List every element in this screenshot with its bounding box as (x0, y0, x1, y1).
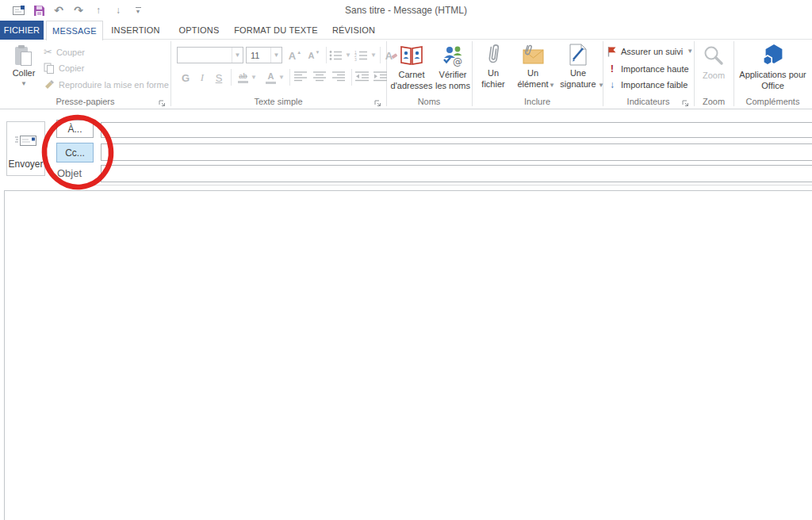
tab-options[interactable]: OPTIONS (173, 21, 225, 39)
cc-button[interactable]: Cc... (56, 143, 94, 162)
zoom-button-label: Zoom (703, 71, 725, 82)
apps-for-office-button[interactable]: Applications pour Office (738, 43, 807, 92)
shrink-font-button[interactable]: A ▼ (305, 48, 323, 63)
font-name-combobox[interactable]: ▼ (177, 47, 243, 63)
move-up-icon[interactable]: ↑ (92, 4, 105, 17)
to-input[interactable] (101, 122, 812, 138)
align-left-icon (294, 71, 308, 82)
group-include: Un fichier Un élément ▼ Une signatu (472, 40, 603, 109)
cc-button-label: Cc... (65, 147, 85, 159)
check-names-icon: @ (441, 44, 465, 67)
address-book-button[interactable]: Carnet d'adresses (389, 43, 435, 92)
group-label-clipboard: Presse-papiers (0, 97, 170, 106)
chevron-down-icon: ▼ (549, 82, 555, 89)
paste-button[interactable]: Coller ▼ (6, 43, 41, 101)
group-label-tags: Indicateurs (603, 97, 694, 106)
decrease-indent-icon (355, 71, 370, 82)
to-button-label: À... (67, 124, 82, 135)
chevron-down-icon: ▼ (687, 48, 693, 55)
numbering-button[interactable]: 1 2 3 ▼ (354, 48, 377, 63)
chevron-down-icon: ▼ (251, 75, 257, 81)
apps-for-office-icon (760, 44, 786, 67)
chevron-down-icon[interactable]: ▼ (232, 48, 243, 63)
save-icon[interactable] (33, 4, 45, 17)
attach-item-button[interactable]: Un élément ▼ (511, 43, 555, 89)
format-painter-button[interactable]: Reproduire la mise en forme (44, 79, 169, 90)
grow-font-button[interactable]: A ▲ (286, 48, 304, 63)
clipboard-dialog-launcher-icon[interactable] (158, 97, 167, 105)
paperclip-icon (487, 44, 500, 66)
follow-up-button[interactable]: Assurer un suivi ▼ (607, 46, 693, 57)
signature-label: Une signature (557, 68, 599, 90)
underline-button[interactable]: S (212, 70, 226, 86)
group-label-names: Noms (386, 97, 472, 106)
to-button[interactable]: À... (56, 120, 94, 138)
tab-fichier[interactable]: FICHIER (0, 21, 44, 40)
chevron-down-icon[interactable]: ▼ (270, 48, 282, 63)
send-button[interactable]: Envoyer (6, 121, 45, 176)
customize-quick-access-icon[interactable]: ▼ (132, 4, 144, 17)
font-size-combobox[interactable]: 11 ▼ (246, 47, 282, 63)
format-painter-icon (44, 79, 55, 90)
address-book-icon (400, 44, 423, 67)
bold-label: G (182, 72, 190, 84)
address-book-label: Carnet d'adresses (389, 70, 435, 92)
bullets-button[interactable]: ▼ (329, 48, 351, 63)
align-right-icon (332, 71, 346, 82)
move-down-icon[interactable]: ↓ (112, 4, 124, 17)
copy-button[interactable]: Copier (44, 63, 84, 74)
attach-file-label: Un fichier (477, 68, 509, 90)
send-button-label: Envoyer (8, 159, 43, 170)
align-center-button[interactable] (313, 71, 327, 82)
header-divider (75, 185, 812, 185)
paste-label: Coller (13, 68, 36, 79)
cut-button[interactable]: ✂ Couper (44, 46, 85, 58)
scissors-icon: ✂ (44, 46, 52, 58)
undo-icon[interactable]: ↶ (52, 4, 65, 17)
tab-insertion[interactable]: INSERTION (108, 21, 163, 39)
decrease-indent-button[interactable] (355, 71, 370, 82)
font-color-icon: A (268, 72, 274, 81)
shrink-font-icon: A (308, 51, 315, 60)
low-importance-icon: ↓ (607, 79, 617, 90)
tab-revision[interactable]: RÉVISION (327, 21, 381, 39)
zoom-button[interactable]: Zoom (698, 43, 730, 82)
redo-icon[interactable]: ↷ (72, 4, 85, 17)
tags-dialog-launcher-icon[interactable] (681, 97, 690, 105)
bold-button[interactable]: G (178, 70, 193, 86)
group-zoom: Zoom Zoom (694, 40, 733, 109)
bullet-list-icon (329, 50, 343, 61)
new-message-icon[interactable] (13, 4, 25, 17)
magnifier-icon (703, 44, 725, 67)
tab-format-du-texte[interactable]: FORMAT DU TEXTE (232, 21, 320, 39)
chevron-down-icon: ▼ (278, 75, 285, 81)
low-importance-button[interactable]: ↓ Importance faible (607, 79, 688, 90)
signature-icon (568, 44, 588, 66)
group-basic-text: ▼ 11 ▼ A ▲ A ▼ ▼ (170, 40, 386, 109)
ribbon-tab-bar: FICHIER MESSAGE INSERTION OPTIONS FORMAT… (0, 21, 812, 40)
italic-label: I (201, 71, 204, 84)
subject-label: Objet (57, 167, 82, 179)
message-body-input[interactable] (4, 190, 812, 520)
italic-button[interactable]: I (196, 70, 209, 86)
apps-for-office-label: Applications pour Office (738, 70, 807, 92)
font-color-button[interactable]: A ▼ (264, 70, 286, 86)
high-importance-button[interactable]: ! Importance haute (607, 63, 689, 75)
group-addins: Applications pour Office Compléments (733, 40, 812, 109)
basic-text-dialog-launcher-icon[interactable] (373, 97, 382, 105)
tab-message[interactable]: MESSAGE (46, 21, 103, 40)
svg-text:3: 3 (354, 57, 357, 62)
group-label-include: Inclure (472, 97, 603, 106)
highlight-button[interactable]: ab ▼ (236, 70, 259, 86)
subject-input[interactable] (101, 165, 812, 182)
cc-input[interactable] (101, 143, 812, 161)
underline-label: S (216, 72, 223, 84)
low-importance-label: Importance faible (621, 80, 688, 90)
group-clipboard: Coller ▼ ✂ Couper Copier Reproduire la (0, 40, 170, 109)
flag-icon (607, 46, 617, 57)
signature-button[interactable]: Une signature ▼ (557, 43, 599, 89)
attach-file-button[interactable]: Un fichier (477, 43, 509, 90)
align-left-button[interactable] (294, 71, 308, 82)
check-names-button[interactable]: @ Vérifier les noms (435, 43, 471, 92)
align-right-button[interactable] (332, 71, 346, 82)
